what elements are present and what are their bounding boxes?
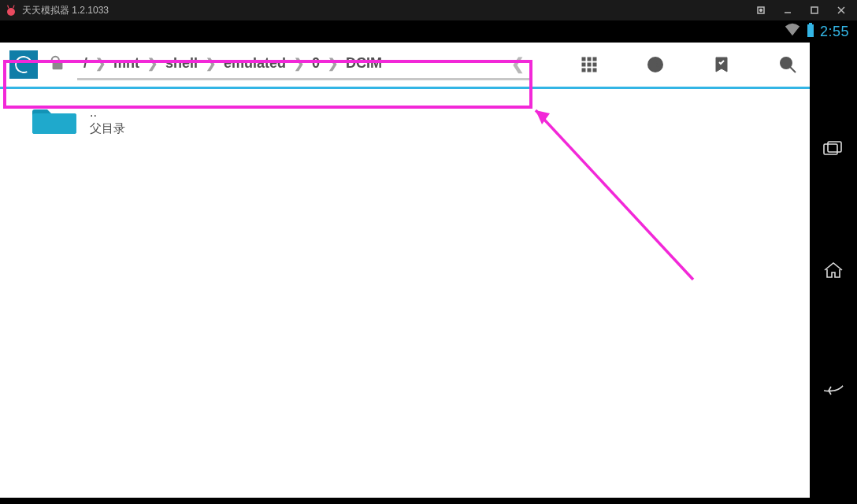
- svg-rect-16: [588, 63, 591, 66]
- svg-point-4: [760, 9, 762, 12]
- svg-rect-11: [53, 62, 63, 69]
- nav-home-button[interactable]: [817, 254, 850, 287]
- emulator-pin-button[interactable]: [750, 0, 772, 20]
- view-grid-button[interactable]: [577, 52, 602, 77]
- chevron-right-icon: ❯: [206, 56, 216, 71]
- svg-rect-17: [593, 63, 596, 66]
- android-navbar: [810, 43, 857, 498]
- svg-rect-13: [588, 57, 591, 61]
- svg-rect-1: [7, 5, 9, 8]
- file-label: 父目录: [90, 120, 125, 136]
- history-button[interactable]: [643, 52, 668, 77]
- chevron-right-icon: ❯: [328, 56, 338, 71]
- breadcrumb-item-emulated[interactable]: emulated: [221, 55, 289, 72]
- svg-line-23: [790, 67, 796, 72]
- file-list: .. 父目录: [0, 89, 810, 152]
- svg-rect-18: [582, 69, 585, 72]
- unlock-icon[interactable]: [49, 54, 66, 75]
- svg-rect-6: [811, 7, 818, 13]
- svg-rect-24: [824, 144, 837, 154]
- svg-rect-10: [807, 24, 814, 37]
- nav-back-button[interactable]: [817, 374, 850, 407]
- chevron-right-icon: ❯: [147, 56, 158, 71]
- breadcrumb-back-icon[interactable]: ❮: [506, 54, 529, 73]
- nav-recent-button[interactable]: [817, 133, 850, 166]
- parent-directory-item[interactable]: .. 父目录: [32, 97, 778, 144]
- svg-point-0: [7, 8, 15, 16]
- status-clock: 2:55: [820, 24, 849, 40]
- folder-icon: [32, 102, 77, 139]
- app-toolbar: / ❯ mnt ❯ shell ❯ emulated ❯ 0 ❯ DCIM ❮: [0, 43, 810, 87]
- breadcrumb-item-dcim[interactable]: DCIM: [343, 55, 385, 72]
- bookmark-button[interactable]: [709, 52, 734, 77]
- battery-icon: [806, 23, 815, 41]
- emulator-title: 天天模拟器 1.2.1033: [22, 4, 745, 17]
- emulator-close-button[interactable]: [830, 0, 852, 20]
- app-icon[interactable]: [9, 50, 38, 79]
- file-manager-app: / ❯ mnt ❯ shell ❯ emulated ❯ 0 ❯ DCIM ❮: [0, 43, 810, 498]
- wifi-icon: [784, 23, 801, 41]
- emulator-minimize-button[interactable]: [777, 0, 799, 20]
- svg-rect-19: [588, 69, 591, 72]
- app-logo-icon: [5, 4, 17, 17]
- svg-rect-12: [582, 57, 585, 61]
- breadcrumb-item-mnt[interactable]: mnt: [110, 55, 143, 72]
- chevron-right-icon: ❯: [95, 56, 106, 71]
- chevron-right-icon: ❯: [294, 56, 304, 71]
- breadcrumb-root[interactable]: /: [80, 55, 91, 72]
- svg-point-22: [781, 57, 792, 69]
- breadcrumb[interactable]: / ❯ mnt ❯ shell ❯ emulated ❯ 0 ❯ DCIM ❮: [77, 49, 532, 80]
- emulator-titlebar: 天天模拟器 1.2.1033: [0, 0, 857, 20]
- svg-rect-15: [582, 63, 585, 66]
- breadcrumb-item-0[interactable]: 0: [309, 55, 323, 72]
- breadcrumb-item-shell[interactable]: shell: [162, 55, 201, 72]
- svg-rect-2: [13, 5, 14, 8]
- file-name: ..: [90, 105, 125, 120]
- svg-rect-20: [593, 69, 596, 72]
- svg-rect-14: [593, 57, 596, 61]
- svg-rect-25: [828, 142, 841, 152]
- svg-rect-9: [809, 23, 812, 24]
- search-button[interactable]: [775, 52, 800, 77]
- android-statusbar: 2:55: [0, 20, 857, 43]
- emulator-maximize-button[interactable]: [803, 0, 825, 20]
